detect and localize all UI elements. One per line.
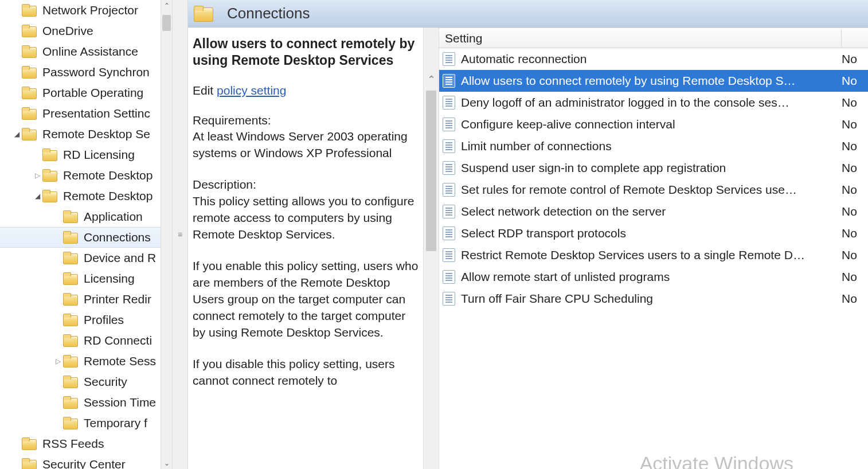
folder-icon	[22, 66, 37, 79]
folder-icon	[42, 169, 57, 182]
tree-node[interactable]: RSS Feeds	[0, 433, 172, 454]
tree-node-label: Security Center	[42, 458, 126, 469]
edit-policy-link[interactable]: policy setting	[217, 84, 286, 97]
tree-node-label: Remote Sess	[84, 354, 156, 368]
policy-setting-icon	[443, 248, 455, 262]
description-text: This policy setting allows you to config…	[193, 193, 419, 243]
policy-setting-icon	[443, 270, 455, 284]
folder-icon	[22, 437, 37, 450]
settings-row[interactable]: Select RDP transport protocolsNo	[439, 222, 868, 244]
tree-node[interactable]: Portable Operating	[0, 83, 172, 103]
settings-row[interactable]: Restrict Remote Desktop Services users t…	[439, 244, 868, 266]
policy-setting-icon	[443, 292, 455, 306]
tree-node[interactable]: Temporary f	[0, 413, 172, 433]
tree-node[interactable]: Licensing	[0, 268, 172, 289]
settings-list-panel: Setting Automatic reconnectionNoAllow us…	[439, 28, 868, 469]
tree-node[interactable]: Security Center	[0, 454, 172, 469]
tree-node[interactable]: Application	[0, 206, 172, 227]
settings-row[interactable]: Turn off Fair Share CPU SchedulingNo	[439, 288, 868, 310]
tree-node-label: Printer Redir	[84, 292, 151, 306]
settings-row[interactable]: Automatic reconnectionNo	[439, 48, 868, 70]
tree-node[interactable]: Profiles	[0, 310, 172, 330]
description-scrollbar[interactable]: ⌃	[423, 28, 439, 469]
folder-icon	[22, 128, 37, 140]
tree-node[interactable]: Security	[0, 372, 172, 392]
settings-row[interactable]: Allow remote start of unlisted programsN…	[439, 266, 868, 288]
tree-node-label: Remote Desktop	[63, 169, 153, 182]
tree-node[interactable]: OneDrive	[0, 21, 172, 41]
folder-icon	[22, 458, 37, 469]
scrollbar-up-arrow-icon[interactable]: ⌃	[161, 0, 172, 11]
setting-name: Allow remote start of unlisted programs	[461, 270, 842, 284]
panel-splitter[interactable]: ≡	[172, 0, 188, 469]
edit-policy-line: Edit policy setting	[193, 84, 419, 97]
setting-state: No	[842, 118, 868, 131]
setting-state: No	[842, 161, 868, 175]
tree-node[interactable]: Device and R	[0, 248, 172, 268]
tree-node[interactable]: ◢Remote Desktop	[0, 186, 172, 206]
tree-node[interactable]: Session Time	[0, 392, 172, 413]
settings-row[interactable]: Limit number of connectionsNo	[439, 135, 868, 157]
settings-row[interactable]: Allow users to connect remotely by using…	[439, 70, 868, 92]
scrollbar-up-arrow-icon[interactable]: ⌃	[424, 73, 439, 86]
folder-icon	[63, 293, 78, 306]
tree-node[interactable]: ▷Remote Sess	[0, 351, 172, 372]
setting-name: Suspend user sign-in to complete app reg…	[461, 161, 842, 175]
expander-icon[interactable]: ▷	[53, 357, 63, 365]
tree-node[interactable]: Password Synchron	[0, 62, 172, 83]
setting-state: No	[842, 292, 868, 306]
tree-node[interactable]: Network Projector	[0, 0, 172, 21]
tree-node-label: Portable Operating	[42, 86, 143, 100]
settings-row[interactable]: Suspend user sign-in to complete app reg…	[439, 157, 868, 179]
policy-setting-icon	[443, 74, 455, 88]
tree-scrollbar[interactable]: ⌃ ⌄	[161, 0, 172, 469]
folder-icon	[63, 252, 78, 264]
tree-node-label: Licensing	[84, 272, 135, 286]
tree-node[interactable]: RD Connecti	[0, 330, 172, 351]
tree-node[interactable]: ▷Remote Desktop	[0, 165, 172, 186]
setting-state: No	[842, 226, 868, 240]
folder-icon	[194, 6, 213, 22]
setting-name: Restrict Remote Desktop Services users t…	[461, 248, 842, 262]
tree-node[interactable]: Online Assistance	[0, 41, 172, 62]
scrollbar-down-arrow-icon[interactable]: ⌄	[161, 458, 172, 469]
setting-state: No	[842, 205, 868, 218]
splitter-grip-icon[interactable]: ≡	[173, 230, 187, 239]
tree-node-label: OneDrive	[42, 24, 93, 38]
folder-icon	[63, 376, 78, 388]
tree-node-label: Security	[84, 375, 127, 389]
settings-row[interactable]: Select network detection on the serverNo	[439, 201, 868, 222]
settings-list[interactable]: Automatic reconnectionNoAllow users to c…	[439, 48, 868, 469]
settings-list-header[interactable]: Setting	[439, 28, 868, 48]
tree-node-label: Network Projector	[42, 3, 138, 17]
tree-node-label: Remote Desktop	[63, 189, 153, 203]
settings-row[interactable]: Set rules for remote control of Remote D…	[439, 179, 868, 201]
scrollbar-thumb[interactable]	[162, 15, 171, 31]
tree-node[interactable]: Printer Redir	[0, 289, 172, 310]
tree-node[interactable]: Presentation Settinc	[0, 103, 172, 124]
description-paragraph-3: If you disable this policy setting, user…	[193, 356, 419, 389]
policy-setting-icon	[443, 226, 455, 240]
scrollbar-thumb[interactable]	[426, 91, 436, 251]
folder-icon	[63, 314, 78, 326]
scrollbar-track[interactable]	[161, 11, 172, 458]
folder-icon	[63, 396, 78, 409]
tree-node-label: Session Time	[84, 396, 156, 409]
column-header-setting[interactable]: Setting	[439, 29, 842, 48]
navigation-tree[interactable]: Network ProjectorOneDriveOnline Assistan…	[0, 0, 172, 469]
expander-icon[interactable]: ◢	[32, 192, 42, 200]
expander-icon[interactable]: ◢	[11, 130, 22, 138]
setting-name: Select RDP transport protocols	[461, 226, 842, 240]
tree-node[interactable]: Connections	[0, 227, 172, 248]
settings-row[interactable]: Configure keep-alive connection interval…	[439, 114, 868, 135]
content-header: Connections	[188, 0, 868, 28]
column-header-state[interactable]	[842, 43, 868, 48]
tree-node[interactable]: RD Licensing	[0, 144, 172, 165]
settings-row[interactable]: Deny logoff of an administrator logged i…	[439, 92, 868, 114]
description-paragraph-2: If you enable this policy setting, users…	[193, 258, 419, 341]
setting-name: Deny logoff of an administrator logged i…	[461, 96, 842, 110]
setting-name: Set rules for remote control of Remote D…	[461, 183, 842, 197]
tree-node[interactable]: ◢Remote Desktop Se	[0, 124, 172, 144]
tree-node-label: RD Licensing	[63, 148, 135, 162]
expander-icon[interactable]: ▷	[32, 171, 42, 179]
